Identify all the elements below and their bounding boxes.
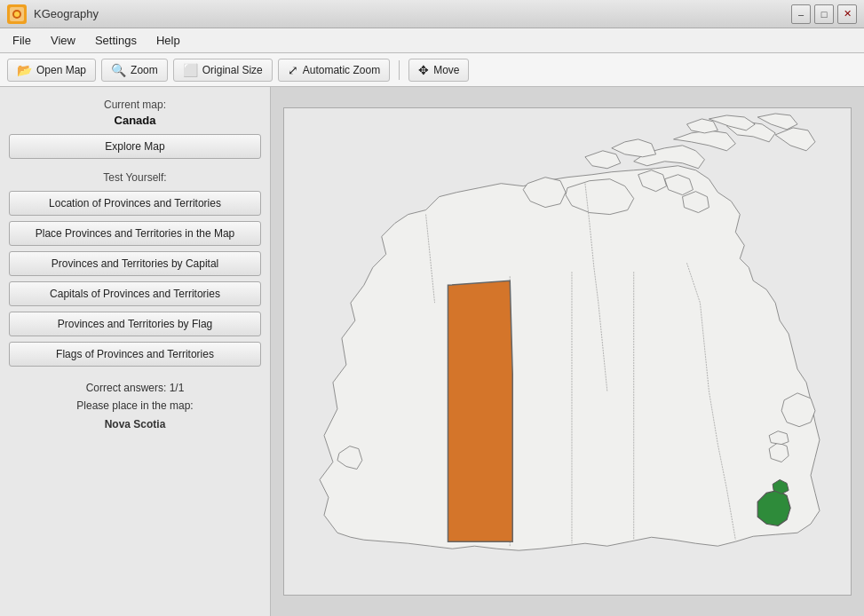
map-container[interactable] xyxy=(283,107,852,596)
close-button[interactable]: ✕ xyxy=(837,4,857,24)
title-left-group: KGeography xyxy=(7,4,99,24)
move-icon: ✥ xyxy=(418,63,429,77)
svg-point-3 xyxy=(14,12,20,17)
app-icon xyxy=(7,4,27,24)
auto-zoom-icon: ⤢ xyxy=(288,63,298,77)
zoom-label: Zoom xyxy=(131,64,158,76)
correct-answers: Correct answers: 1/1 xyxy=(9,379,261,397)
menu-view[interactable]: View xyxy=(42,30,84,51)
original-size-icon: ⬜ xyxy=(183,63,198,77)
menu-bar: File View Settings Help xyxy=(0,28,864,53)
capitals-provinces-button[interactable]: Capitals of Provinces and Territories xyxy=(9,281,261,306)
open-map-button[interactable]: 📂 Open Map xyxy=(7,59,96,82)
zoom-icon: 🔍 xyxy=(111,63,126,77)
move-label: Move xyxy=(433,64,459,76)
folder-icon: 📂 xyxy=(17,63,32,77)
title-text: KGeography xyxy=(34,7,99,20)
menu-help[interactable]: Help xyxy=(147,30,189,51)
please-place-label: Please place in the map: xyxy=(9,397,261,415)
maximize-button[interactable]: □ xyxy=(814,4,834,24)
menu-file[interactable]: File xyxy=(4,30,40,51)
location-provinces-button[interactable]: Location of Provinces and Territories xyxy=(9,191,261,216)
status-area: Correct answers: 1/1 Please place in the… xyxy=(9,379,261,433)
canada-map[interactable] xyxy=(284,108,851,595)
current-map-name: Canada xyxy=(9,113,261,129)
explore-map-button[interactable]: Explore Map xyxy=(9,134,261,159)
main-content: Current map: Canada Explore Map Test You… xyxy=(0,87,864,616)
window-controls: – □ ✕ xyxy=(791,4,857,24)
map-area[interactable] xyxy=(271,87,864,616)
automatic-zoom-label: Automatic Zoom xyxy=(303,64,380,76)
provinces-by-flag-button[interactable]: Provinces and Territories by Flag xyxy=(9,312,261,336)
toolbar-separator xyxy=(399,60,400,80)
place-provinces-button[interactable]: Place Provinces and Territories in the M… xyxy=(9,221,261,246)
original-size-label: Original Size xyxy=(202,64,263,76)
open-map-label: Open Map xyxy=(36,64,86,76)
automatic-zoom-button[interactable]: ⤢ Automatic Zoom xyxy=(278,59,390,82)
original-size-button[interactable]: ⬜ Original Size xyxy=(173,59,273,82)
flags-provinces-button[interactable]: Flags of Provinces and Territories xyxy=(9,342,261,367)
test-yourself-label: Test Yourself: xyxy=(9,171,261,184)
left-panel: Current map: Canada Explore Map Test You… xyxy=(0,87,271,616)
zoom-button[interactable]: 🔍 Zoom xyxy=(101,59,168,82)
menu-settings[interactable]: Settings xyxy=(86,30,146,51)
provinces-by-capital-button[interactable]: Provinces and Territories by Capital xyxy=(9,251,261,276)
place-name: Nova Scotia xyxy=(9,415,261,433)
title-bar: KGeography – □ ✕ xyxy=(0,0,864,28)
minimize-button[interactable]: – xyxy=(791,4,811,24)
toolbar: 📂 Open Map 🔍 Zoom ⬜ Original Size ⤢ Auto… xyxy=(0,53,864,87)
current-map-label: Current map: Canada xyxy=(9,98,261,129)
alberta-highlighted[interactable] xyxy=(448,280,512,541)
move-button[interactable]: ✥ Move xyxy=(408,59,469,82)
